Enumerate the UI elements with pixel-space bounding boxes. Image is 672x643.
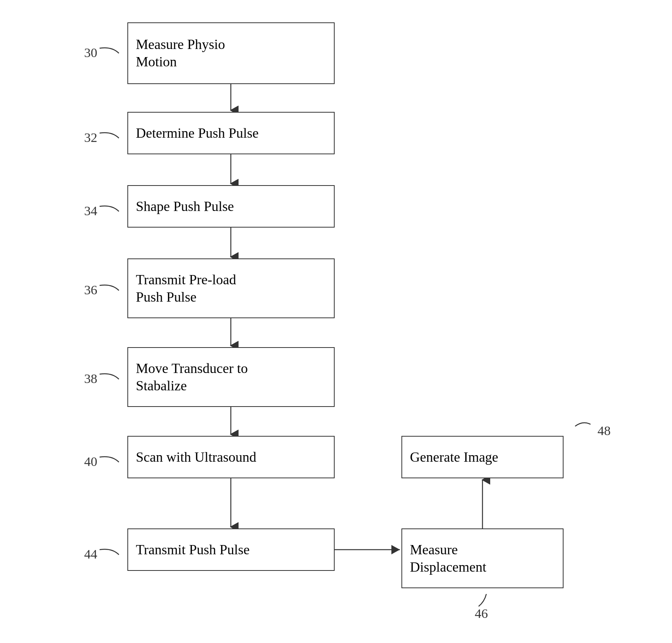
box-30-label: Measure PhysioMotion [136, 36, 225, 71]
step-label-40: 40 [84, 454, 97, 469]
box-measure-displacement: MeasureDisplacement [401, 528, 564, 588]
box-40-label: Scan with Ultrasound [136, 449, 256, 466]
step-label-36: 36 [84, 283, 97, 297]
step-label-30: 30 [84, 46, 97, 60]
box-determine-push-pulse: Determine Push Pulse [127, 112, 335, 154]
box-generate-image: Generate Image [401, 436, 564, 478]
box-44-label: Transmit Push Pulse [136, 541, 250, 559]
step-label-38: 38 [84, 371, 97, 386]
diagram-container: 30 32 34 36 38 40 44 46 48 Measure Physi… [0, 0, 672, 643]
step-label-34: 34 [84, 204, 97, 218]
step-label-32: 32 [84, 130, 97, 145]
box-transmit-push-pulse: Transmit Push Pulse [127, 528, 335, 571]
box-46-label: MeasureDisplacement [410, 541, 486, 576]
box-36-label: Transmit Pre-loadPush Pulse [136, 271, 236, 306]
box-34-label: Shape Push Pulse [136, 198, 234, 215]
step-label-46: 46 [475, 606, 488, 621]
box-32-label: Determine Push Pulse [136, 125, 259, 142]
diagram-svg [0, 0, 672, 643]
box-measure-physio-motion: Measure PhysioMotion [127, 22, 335, 84]
box-38-label: Move Transducer toStabalize [136, 360, 248, 395]
box-transmit-preload-push-pulse: Transmit Pre-loadPush Pulse [127, 258, 335, 318]
box-shape-push-pulse: Shape Push Pulse [127, 185, 335, 228]
box-48-label: Generate Image [410, 449, 498, 466]
box-scan-with-ultrasound: Scan with Ultrasound [127, 436, 335, 478]
box-move-transducer: Move Transducer toStabalize [127, 347, 335, 407]
step-label-48: 48 [598, 424, 611, 438]
step-label-44: 44 [84, 547, 97, 562]
